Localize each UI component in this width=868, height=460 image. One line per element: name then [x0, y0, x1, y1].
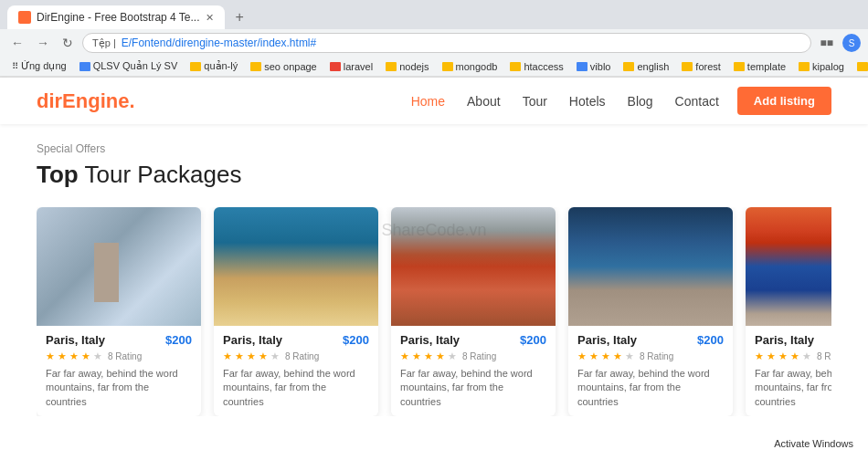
nav-links: Home About Tour Hotels Blog Contact	[411, 94, 719, 109]
nav-home[interactable]: Home	[411, 94, 445, 109]
star-icon: ★	[589, 350, 598, 362]
rating-text: 8 Rating	[640, 351, 673, 361]
bookmark-folder-icon	[799, 62, 810, 71]
nav-blog[interactable]: Blog	[628, 94, 653, 109]
card-location: Paris, Italy	[223, 333, 282, 347]
bookmark-folder-icon	[79, 62, 90, 71]
url-input[interactable]: Tệp | E/Fontend/direngine-master/index.h…	[82, 33, 811, 53]
star-icon: ★	[412, 350, 421, 362]
bookmark-folder-icon	[330, 62, 341, 71]
tab-favicon	[18, 11, 31, 24]
star-icon: ★	[400, 350, 409, 362]
bookmark-js[interactable]: js	[852, 60, 868, 73]
bookmark-template[interactable]: template	[729, 60, 790, 73]
forward-button[interactable]: →	[33, 34, 53, 52]
tour-card[interactable]: Paris, Italy $200 ★★★★★ 8 Rating Far far…	[746, 207, 831, 416]
tour-card[interactable]: Paris, Italy $200 ★★★★★ 8 Rating Far far…	[568, 207, 733, 416]
nav-tour[interactable]: Tour	[523, 94, 547, 109]
card-price: $200	[697, 333, 724, 347]
section-title-rest: Tour Packages	[79, 161, 242, 188]
tour-card[interactable]: Paris, Italy $200 ★★★★★ 8 Rating Far far…	[391, 207, 556, 416]
card-body: Paris, Italy $200 ★★★★★ 8 Rating Far far…	[391, 326, 556, 416]
new-tab-button[interactable]: +	[228, 5, 251, 29]
section-title: Top Tour Packages	[37, 161, 831, 189]
bookmarks-bar: ⠿ Ứng dụng QLSV Quản Lý SV quản-lý seo o…	[0, 57, 868, 77]
star-icon: ★	[93, 350, 102, 362]
card-header: Paris, Italy $200	[400, 333, 546, 347]
card-location: Paris, Italy	[577, 333, 637, 347]
card-description: Far far away, behind the word mountains,…	[46, 367, 192, 409]
extensions-button[interactable]: ■■	[817, 35, 838, 51]
star-icon: ★	[448, 350, 457, 362]
card-image	[37, 207, 201, 326]
star-icon: ★	[802, 350, 811, 362]
card-image	[746, 207, 831, 326]
bookmark-folder-icon	[510, 62, 521, 71]
reload-button[interactable]: ↻	[58, 34, 77, 52]
card-description: Far far away, behind the word mountains,…	[577, 367, 724, 409]
bookmark-htaccess[interactable]: htaccess	[505, 60, 567, 73]
star-icon: ★	[259, 350, 268, 362]
card-image	[214, 207, 378, 326]
star-icon: ★	[577, 350, 587, 362]
site-logo[interactable]: dirEngine.	[37, 89, 135, 113]
star-icon: ★	[235, 350, 244, 362]
bookmark-quanly[interactable]: quản-lý	[185, 59, 242, 73]
back-button[interactable]: ←	[7, 34, 27, 52]
star-icon: ★	[601, 350, 610, 362]
card-rating: ★★★★★ 8 Rating	[577, 350, 724, 362]
bookmark-folder-icon	[623, 62, 634, 71]
bookmark-folder-icon	[682, 62, 693, 71]
star-icon: ★	[58, 350, 67, 362]
card-header: Paris, Italy $200	[46, 333, 192, 347]
star-icon: ★	[270, 350, 280, 362]
tour-card[interactable]: Paris, Italy $200 ★★★★★ 8 Rating Far far…	[37, 207, 201, 416]
star-icon: ★	[223, 350, 232, 362]
activate-windows: Activate Windows	[768, 436, 859, 451]
active-tab[interactable]: DirEngine - Free Bootstrap 4 Te... ✕	[7, 5, 225, 29]
bookmark-qlsv[interactable]: QLSV Quản Lý SV	[75, 59, 183, 73]
cards-container: Paris, Italy $200 ★★★★★ 8 Rating Far far…	[37, 207, 831, 416]
nav-hotels[interactable]: Hotels	[569, 94, 606, 109]
star-icon: ★	[790, 350, 799, 362]
bookmark-folder-icon	[442, 62, 453, 71]
card-description: Far far away, behind the word mountains,…	[755, 367, 831, 409]
bookmark-mongodb[interactable]: mongodb	[438, 60, 503, 73]
tour-card[interactable]: Paris, Italy $200 ★★★★★ 8 Rating Far far…	[214, 207, 378, 416]
section-title-bold: Top	[37, 161, 79, 188]
card-description: Far far away, behind the word mountains,…	[400, 367, 546, 409]
bookmark-apps[interactable]: ⠿ Ứng dụng	[7, 59, 71, 73]
card-price: $200	[520, 333, 546, 347]
card-body: Paris, Italy $200 ★★★★★ 8 Rating Far far…	[214, 326, 378, 416]
card-header: Paris, Italy $200	[755, 333, 831, 347]
rating-text: 8 Rating	[285, 351, 319, 361]
nav-about[interactable]: About	[467, 94, 501, 109]
star-icon: ★	[46, 350, 55, 362]
star-icon: ★	[613, 350, 622, 362]
url-prefix: Tệp |	[92, 37, 116, 49]
bookmark-seo[interactable]: seo onpage	[246, 60, 322, 73]
rating-text: 8 Rating	[462, 351, 496, 361]
bookmark-viblo[interactable]: viblo	[572, 60, 616, 73]
address-bar: ← → ↻ Tệp | E/Fontend/direngine-master/i…	[0, 29, 868, 57]
card-body: Paris, Italy $200 ★★★★★ 8 Rating Far far…	[568, 326, 733, 416]
bookmark-folder-icon	[857, 62, 868, 71]
card-header: Paris, Italy $200	[223, 333, 369, 347]
card-body: Paris, Italy $200 ★★★★★ 8 Rating Far far…	[37, 326, 201, 416]
tab-close-button[interactable]: ✕	[206, 12, 214, 24]
bookmark-nodejs[interactable]: nodejs	[381, 60, 433, 73]
star-icon: ★	[436, 350, 445, 362]
bookmark-english[interactable]: english	[619, 60, 673, 73]
rating-text: 8 Rating	[817, 351, 831, 361]
bookmark-laravel[interactable]: laravel	[325, 60, 377, 73]
main-content: Special Offers Top Tour Packages Paris, …	[0, 124, 868, 425]
card-body: Paris, Italy $200 ★★★★★ 8 Rating Far far…	[746, 326, 831, 416]
nav-contact[interactable]: Contact	[675, 94, 719, 109]
profile-button[interactable]: S	[842, 34, 861, 52]
bookmark-forest[interactable]: forest	[677, 60, 725, 73]
card-image	[391, 207, 556, 326]
star-icon: ★	[625, 350, 634, 362]
rating-text: 8 Rating	[108, 351, 142, 361]
add-listing-button[interactable]: Add listing	[737, 87, 831, 115]
bookmark-kipalog[interactable]: kipalog	[794, 60, 849, 73]
